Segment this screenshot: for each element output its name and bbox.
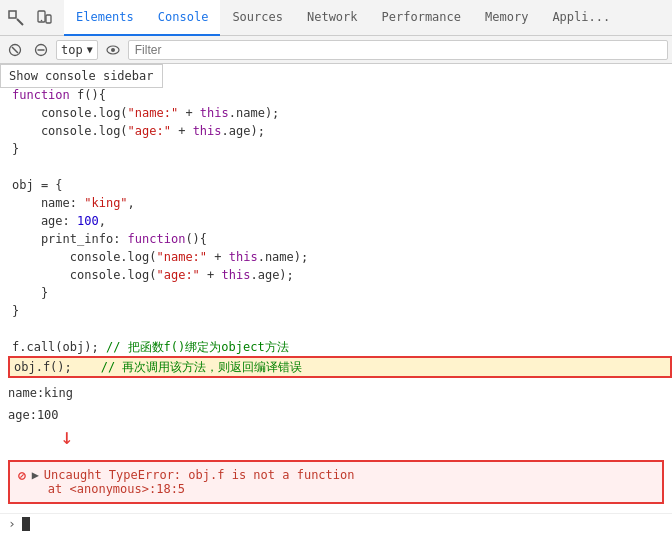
svg-rect-3 xyxy=(46,15,51,23)
output-age: age:100 xyxy=(0,404,672,426)
inspect-icon[interactable] xyxy=(4,6,28,30)
code-line-16: obj.f(); // 再次调用该方法，则返回编译错误 xyxy=(8,356,672,378)
code-line-10: console.log("name:" + this.name); xyxy=(8,248,672,266)
expand-icon[interactable]: ▶ xyxy=(32,468,42,482)
code-line-7: name: "king", xyxy=(8,194,672,212)
blank-1 xyxy=(8,158,672,176)
error-icon: ⊘ xyxy=(18,468,26,483)
code-line-3: console.log("age:" + this.age); xyxy=(8,122,672,140)
code-line-8: age: 100, xyxy=(8,212,672,230)
sidebar-tooltip[interactable]: Show console sidebar xyxy=(0,64,163,88)
context-select[interactable]: top ▼ xyxy=(56,40,98,60)
svg-line-1 xyxy=(17,19,23,25)
code-line-13: } xyxy=(8,302,672,320)
code-line-1: function f(){ xyxy=(8,86,672,104)
toolbar: top ▼ xyxy=(0,36,672,64)
blank-2 xyxy=(8,320,672,338)
svg-point-4 xyxy=(41,19,43,21)
tab-console[interactable]: Console xyxy=(146,0,221,36)
chevron-down-icon: ▼ xyxy=(87,44,93,55)
filter-input[interactable] xyxy=(128,40,668,60)
svg-rect-0 xyxy=(9,11,16,18)
clear-console-button[interactable] xyxy=(4,39,26,61)
code-area: function f(){ console.log("name:" + this… xyxy=(0,64,672,382)
tab-bar: Elements Console Sources Network Perform… xyxy=(0,0,672,36)
error-block: ⊘ ▶Uncaught TypeError: obj.f is not a fu… xyxy=(8,460,664,504)
tab-memory[interactable]: Memory xyxy=(473,0,540,36)
tab-appli[interactable]: Appli... xyxy=(540,0,622,36)
console-cursor xyxy=(22,517,30,531)
tab-performance[interactable]: Performance xyxy=(370,0,473,36)
device-icon[interactable] xyxy=(32,6,56,30)
svg-point-10 xyxy=(111,48,115,52)
code-line-4: } xyxy=(8,140,672,158)
console-prompt-icon: › xyxy=(8,516,16,531)
output-name: name:king xyxy=(0,382,672,404)
arrow-container: ↓ xyxy=(60,426,672,456)
tab-sources[interactable]: Sources xyxy=(220,0,295,36)
tab-network[interactable]: Network xyxy=(295,0,370,36)
tab-elements[interactable]: Elements xyxy=(64,0,146,36)
tab-bar-icons xyxy=(4,6,56,30)
code-line-6: obj = { xyxy=(8,176,672,194)
console-input-line: › xyxy=(0,513,672,533)
error-text: ▶Uncaught TypeError: obj.f is not a func… xyxy=(32,468,355,496)
code-line-2: console.log("name:" + this.name); xyxy=(8,104,672,122)
error-location: at <anonymous>:18:5 xyxy=(32,482,355,496)
svg-line-6 xyxy=(12,47,18,53)
code-line-12: } xyxy=(8,284,672,302)
console-content: Show console sidebar function f(){ conso… xyxy=(0,64,672,533)
eye-icon[interactable] xyxy=(102,39,124,61)
error-title: ▶Uncaught TypeError: obj.f is not a func… xyxy=(32,468,355,482)
no-log-button[interactable] xyxy=(30,39,52,61)
code-line-15: f.call(obj); // 把函数f()绑定为object方法 xyxy=(8,338,672,356)
code-line-9: print_info: function(){ xyxy=(8,230,672,248)
code-line-11: console.log("age:" + this.age); xyxy=(8,266,672,284)
red-arrow-icon: ↓ xyxy=(60,424,73,449)
